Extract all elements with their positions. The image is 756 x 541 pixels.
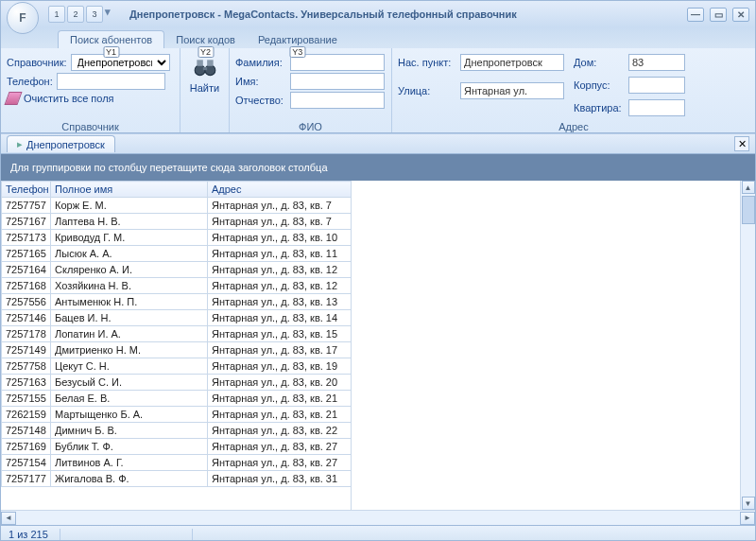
document-tab-bar: ▸ Днепропетровск ✕ xyxy=(1,133,755,154)
svg-rect-2 xyxy=(202,67,206,70)
scroll-right-arrow-icon[interactable]: ► xyxy=(740,512,755,525)
horizontal-scrollbar[interactable]: ◄ ► xyxy=(1,510,755,525)
group-address: Нас. пункт: Улица: Дом: Корпус: Квартира… xyxy=(392,48,755,132)
cell-name: Цекут С. Н. xyxy=(51,358,208,375)
svg-point-1 xyxy=(205,65,215,76)
cell-name: Безусый С. И. xyxy=(51,375,208,391)
street-input[interactable] xyxy=(460,82,564,99)
table-row[interactable]: 7257164Скляренко А. И.Янтарная ул., д. 8… xyxy=(2,262,352,278)
table-row[interactable]: 7257149Дмитриенко Н. М.Янтарная ул., д. … xyxy=(2,342,352,358)
grid-header-row: Телефон Полное имя Адрес xyxy=(2,182,352,198)
tab-search-subscribers[interactable]: Поиск абонентов Y1 xyxy=(58,30,164,48)
binoculars-icon xyxy=(193,56,217,80)
label-city: Нас. пункт: xyxy=(398,57,456,68)
table-row[interactable]: 7257169Бублик Т. Ф.Янтарная ул., д. 83, … xyxy=(2,439,352,455)
table-row[interactable]: 7257154Литвинов А. Г.Янтарная ул., д. 83… xyxy=(2,455,352,471)
tab-label: Поиск кодов xyxy=(176,34,235,45)
table-row[interactable]: 7262159Мартыщенко Б. А.Янтарная ул., д. … xyxy=(2,407,352,423)
grid-area: Телефон Полное имя Адрес 7257757Корж Е. … xyxy=(1,181,755,510)
korpus-input[interactable] xyxy=(628,77,685,94)
window-controls: — ▭ ✕ xyxy=(687,8,749,22)
cell-name: Бацев И. Н. xyxy=(51,310,208,326)
phone-input[interactable] xyxy=(57,73,165,90)
cell-name: Лысюк А. А. xyxy=(51,246,208,262)
find-button[interactable]: Найти xyxy=(184,52,226,94)
vertical-scrollbar[interactable]: ▲ ▼ xyxy=(740,181,755,510)
qat-dropdown-icon[interactable]: ▾ xyxy=(105,6,111,23)
cell-name: Белая Е. В. xyxy=(51,391,208,407)
table-row[interactable]: 7257168Хозяйкина Н. В.Янтарная ул., д. 8… xyxy=(2,278,352,294)
results-grid[interactable]: Телефон Полное имя Адрес 7257757Корж Е. … xyxy=(1,181,352,487)
cell-name: Дмитриенко Н. М. xyxy=(51,342,208,358)
cell-tel: 7257758 xyxy=(2,358,51,375)
label-flat: Квартира: xyxy=(574,102,625,113)
eraser-icon xyxy=(4,92,22,105)
status-cell-2 xyxy=(146,529,193,540)
app-menu-button[interactable]: F xyxy=(7,2,39,34)
cell-addr: Янтарная ул., д. 83, кв. 13 xyxy=(208,294,352,310)
clear-fields-label: Очистить все поля xyxy=(24,93,114,104)
label-patronym: Отчество: xyxy=(235,95,286,106)
document-close-button[interactable]: ✕ xyxy=(734,136,749,151)
document-tab[interactable]: ▸ Днепропетровск xyxy=(7,135,115,152)
tab-search-codes[interactable]: Поиск кодов Y2 xyxy=(164,31,247,48)
cell-tel: 7257148 xyxy=(2,423,51,439)
qat-btn-3[interactable]: 3 xyxy=(86,6,103,23)
group-find: Найти xyxy=(180,48,230,132)
house-input[interactable] xyxy=(628,54,685,71)
flat-input[interactable] xyxy=(628,99,685,116)
keytip: Y3 xyxy=(289,46,305,58)
col-address[interactable]: Адрес xyxy=(208,182,352,198)
qat-btn-2[interactable]: 2 xyxy=(67,6,84,23)
table-row[interactable]: 7257178Лопатин И. А.Янтарная ул., д. 83,… xyxy=(2,326,352,342)
group-title-directory: Справочник xyxy=(7,119,174,132)
cell-tel: 7257168 xyxy=(2,278,51,294)
table-row[interactable]: 7257758Цекут С. Н.Янтарная ул., д. 83, к… xyxy=(2,358,352,375)
scroll-up-arrow-icon[interactable]: ▲ xyxy=(742,181,755,194)
table-row[interactable]: 7257757Корж Е. М.Янтарная ул., д. 83, кв… xyxy=(2,198,352,214)
patronym-input[interactable] xyxy=(290,92,385,109)
tab-edit[interactable]: Редактирование Y3 xyxy=(247,31,349,48)
directory-select[interactable]: Днепропетровск xyxy=(71,54,170,71)
firstname-input[interactable] xyxy=(290,73,385,90)
table-row[interactable]: 7257163Безусый С. И.Янтарная ул., д. 83,… xyxy=(2,375,352,391)
maximize-button[interactable]: ▭ xyxy=(710,8,727,22)
grouping-bar[interactable]: Для группировки по столбцу перетащите сю… xyxy=(1,154,755,181)
cell-addr: Янтарная ул., д. 83, кв. 21 xyxy=(208,407,352,423)
cell-name: Лопатин И. А. xyxy=(51,326,208,342)
minimize-button[interactable]: — xyxy=(687,8,704,22)
cell-name: Бублик Т. Ф. xyxy=(51,439,208,455)
label-korpus: Корпус: xyxy=(574,79,625,91)
scroll-left-arrow-icon[interactable]: ◄ xyxy=(1,512,16,525)
cell-tel: 7257177 xyxy=(2,471,51,487)
col-fullname[interactable]: Полное имя xyxy=(51,182,208,198)
cell-name: Димнич Б. В. xyxy=(51,423,208,439)
cell-addr: Янтарная ул., д. 83, кв. 11 xyxy=(208,246,352,262)
cell-name: Корж Е. М. xyxy=(51,198,208,214)
close-button[interactable]: ✕ xyxy=(732,8,749,22)
tab-label: Поиск абонентов xyxy=(70,34,152,45)
scroll-thumb[interactable] xyxy=(742,196,755,224)
col-phone[interactable]: Телефон xyxy=(2,182,51,198)
table-row[interactable]: 7257146Бацев И. Н.Янтарная ул., д. 83, к… xyxy=(2,310,352,326)
table-row[interactable]: 7257148Димнич Б. В.Янтарная ул., д. 83, … xyxy=(2,423,352,439)
table-row[interactable]: 7257173Криводуд Г. М.Янтарная ул., д. 83… xyxy=(2,230,352,246)
table-row[interactable]: 7257167Лаптева Н. В.Янтарная ул., д. 83,… xyxy=(2,214,352,230)
table-row[interactable]: 7257155Белая Е. В.Янтарная ул., д. 83, к… xyxy=(2,391,352,407)
keytip: Y2 xyxy=(198,46,214,58)
cell-name: Жигалова В. Ф. xyxy=(51,471,208,487)
scroll-down-arrow-icon[interactable]: ▼ xyxy=(742,497,755,510)
find-label: Найти xyxy=(190,82,219,94)
cell-addr: Янтарная ул., д. 83, кв. 15 xyxy=(208,326,352,342)
table-row[interactable]: 7257165Лысюк А. А.Янтарная ул., д. 83, к… xyxy=(2,246,352,262)
label-street: Улица: xyxy=(398,85,456,96)
cell-addr: Янтарная ул., д. 83, кв. 7 xyxy=(208,214,352,230)
table-row[interactable]: 7257556Антыменюк Н. П.Янтарная ул., д. 8… xyxy=(2,294,352,310)
city-input[interactable] xyxy=(460,54,564,71)
qat-btn-1[interactable]: 1 xyxy=(48,6,65,23)
table-row[interactable]: 7257177Жигалова В. Ф.Янтарная ул., д. 83… xyxy=(2,471,352,487)
clear-fields-button[interactable]: Очистить все поля xyxy=(7,92,174,105)
cell-name: Лаптева Н. В. xyxy=(51,214,208,230)
group-fio: Фамилия: Имя: Отчество: ФИО xyxy=(230,48,392,132)
label-directory: Справочник: xyxy=(7,57,67,68)
